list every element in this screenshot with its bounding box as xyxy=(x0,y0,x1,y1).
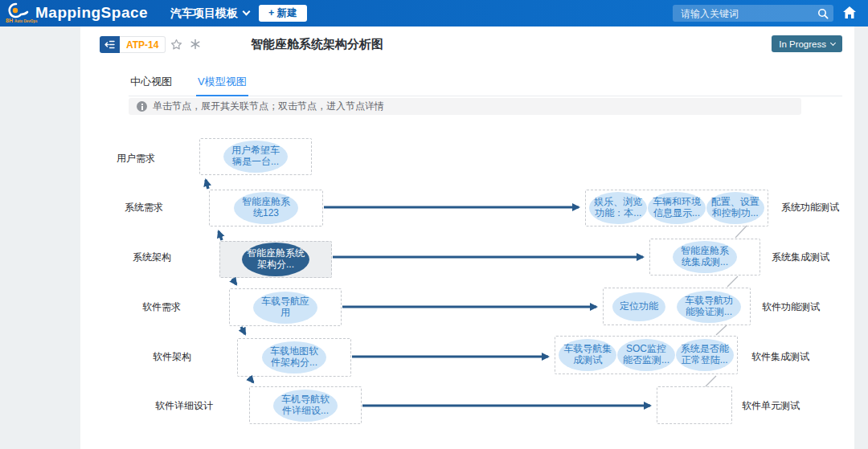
new-button[interactable]: + 新建 xyxy=(259,5,307,22)
node-software-architecture[interactable]: 车载地图软件架构分... xyxy=(262,341,326,373)
tab-center-view[interactable]: 中心视图 xyxy=(129,70,174,96)
app-window: 8H Auto DevOps MappingSpace 汽车项目模板 + 新建 … xyxy=(0,0,868,449)
item-id-badge[interactable]: ATP-14 xyxy=(120,36,166,53)
node-system-architecture-selected[interactable]: 智能座舱系统架构分... xyxy=(242,243,309,276)
info-icon xyxy=(137,101,147,112)
node-user-requirement[interactable]: 用户希望车辆是一台... xyxy=(223,141,288,173)
node-test[interactable]: 智能座舱系统集成测... xyxy=(673,241,737,273)
node-test[interactable]: 车载导航功能验证测... xyxy=(677,291,741,323)
row-label-sw-arch: 软件架构 xyxy=(135,350,191,364)
node-group-sys-arch: 智能座舱系统架构分... xyxy=(219,241,332,278)
top-header: 8H Auto DevOps MappingSpace 汽车项目模板 + 新建 xyxy=(0,0,868,27)
node-test[interactable]: 定位功能 xyxy=(612,292,665,321)
test-label-software-integration: 软件集成测试 xyxy=(751,350,809,364)
chevron-down-icon xyxy=(830,40,836,46)
project-selector[interactable]: 汽车项目模板 xyxy=(170,0,249,27)
node-test[interactable]: 车辆和环境信息显示... xyxy=(648,192,706,224)
home-icon[interactable] xyxy=(842,6,860,22)
logo-subtext: 8H Auto DevOps xyxy=(6,18,37,23)
tab-vmodel-view[interactable]: V模型视图 xyxy=(196,70,248,96)
follow-asterisk-icon[interactable] xyxy=(190,39,201,53)
node-test[interactable]: 娱乐、浏览功能：本... xyxy=(589,192,647,224)
node-group-sys-req: 智能座舱系统123 xyxy=(209,190,323,227)
page-title: 智能座舱系统架构分析图 xyxy=(251,37,383,52)
row-label-sw-req: 软件需求 xyxy=(125,300,181,314)
node-group-sw-req: 车载导航应用 xyxy=(229,288,342,326)
node-test[interactable]: SOC监控能否监测... xyxy=(617,339,675,371)
node-group-sw-arch: 车载地图软件架构分... xyxy=(237,338,351,377)
node-system-requirement[interactable]: 智能座舱系统123 xyxy=(234,192,298,224)
node-group-user-req: 用户希望车辆是一台... xyxy=(199,138,312,175)
status-dropdown[interactable]: In Progress xyxy=(772,35,842,52)
node-group-sw-detail: 车机导航软件详细设... xyxy=(249,386,362,424)
view-tabs: 中心视图 V模型视图 xyxy=(129,70,842,96)
test-group-software-function: 定位功能 车载导航功能验证测... xyxy=(603,288,751,325)
search-icon[interactable] xyxy=(817,8,829,19)
toolbar: ATP-14 智能座舱系统架构分析图 In Progress xyxy=(80,27,854,60)
test-group-system-function: 娱乐、浏览功能：本... 车辆和环境信息显示... 配置、设置和控制功... xyxy=(585,190,768,227)
node-software-detail-design[interactable]: 车机导航软件详细设... xyxy=(273,390,338,422)
node-test[interactable]: 车载导航集成测试 xyxy=(559,339,616,371)
test-group-system-integration: 智能座舱系统集成测... xyxy=(649,239,760,276)
row-label-sys-arch: 系统架构 xyxy=(115,251,171,264)
sidebar-fold-button[interactable] xyxy=(100,36,120,53)
hint-text: 单击节点，展开其关联节点；双击节点，进入节点详情 xyxy=(153,100,384,113)
test-label-software-function: 软件功能测试 xyxy=(762,300,820,314)
test-group-software-unit-empty xyxy=(657,386,732,424)
favorite-star-icon[interactable] xyxy=(170,39,182,54)
row-label-user-req: 用户需求 xyxy=(99,152,155,165)
node-test[interactable]: 配置、设置和控制功... xyxy=(706,192,764,224)
hint-bar: 单击节点，展开其关联节点；双击节点，进入节点详情 xyxy=(129,98,801,115)
test-label-software-unit: 软件单元测试 xyxy=(742,399,800,413)
content-card: ATP-14 智能座舱系统架构分析图 In Progress 中心视图 V模型视… xyxy=(80,27,854,449)
row-label-sys-req: 系统需求 xyxy=(107,201,163,214)
test-label-system-integration: 系统集成测试 xyxy=(772,251,829,264)
chevron-down-icon xyxy=(243,8,251,16)
test-group-software-integration: 车载导航集成测试 SOC监控能否监测... 系统是否能正常登陆... xyxy=(555,336,738,374)
search-box xyxy=(673,5,833,22)
search-input[interactable] xyxy=(681,8,817,19)
node-test[interactable]: 系统是否能正常登陆... xyxy=(676,339,734,371)
node-software-requirement[interactable]: 车载导航应用 xyxy=(253,292,317,324)
row-label-sw-detail: 软件详细设计 xyxy=(129,399,213,413)
brand-wordmark: MappingSpace xyxy=(35,4,148,22)
test-label-system-function: 系统功能测试 xyxy=(781,201,839,214)
